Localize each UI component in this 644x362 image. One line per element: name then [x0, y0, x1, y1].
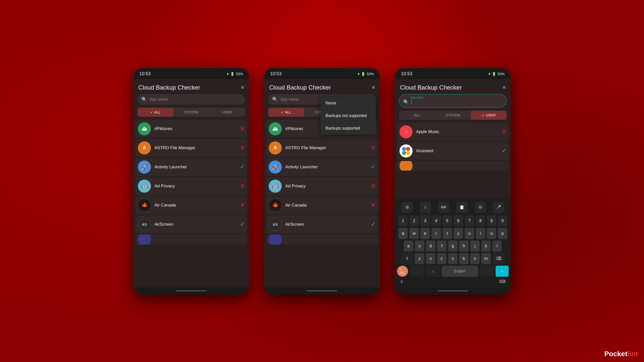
kbd-key-9[interactable]: 9 — [487, 215, 496, 226]
kbd-key-d[interactable]: d — [426, 240, 435, 252]
tab-user-1[interactable]: USER — [209, 108, 245, 117]
tab-system-1[interactable]: SYSTEM — [173, 108, 209, 117]
filter-icon-2[interactable]: ≡ — [372, 85, 375, 90]
list-item[interactable]: 🍁 Air Canada ✕ — [266, 196, 378, 214]
kbd-enter-key[interactable]: ✓ — [496, 266, 509, 277]
app-icon-applemusic-3: ♫ — [399, 125, 413, 138]
tab-system-3[interactable]: SYSTEM — [435, 111, 471, 120]
svg-point-1 — [406, 147, 410, 151]
kbd-key-z[interactable]: z — [415, 253, 424, 264]
kbd-key-x[interactable]: x — [426, 253, 435, 264]
kbd-backspace-key[interactable]: ⌫ — [492, 253, 505, 264]
tab-all-3[interactable]: ALL — [399, 111, 435, 120]
list-item[interactable]: Assistant ✓ — [397, 142, 509, 160]
svg-point-3 — [406, 151, 410, 155]
battery-icon-3: 🔋 — [492, 72, 496, 76]
kbd-key-j[interactable]: j — [470, 240, 480, 252]
kbd-space-key[interactable]: English — [442, 266, 478, 277]
kbd-key-m[interactable]: m — [481, 253, 491, 264]
search-bar-3[interactable]: App name 🔍 — [399, 94, 507, 108]
kbd-key-k[interactable]: k — [481, 240, 491, 252]
list-item[interactable] — [266, 234, 378, 245]
list-item[interactable] — [397, 161, 509, 171]
list-item[interactable]: AS AirScreen ✓ — [135, 215, 247, 233]
sort-dropdown: Name Backups not supported Backups suppo… — [320, 97, 376, 135]
kbd-key-1[interactable]: 1 — [398, 215, 408, 226]
tab-all-2[interactable]: ✓ ALL — [268, 108, 304, 117]
kbd-shift-key[interactable]: ⇧ — [401, 253, 413, 264]
home-indicator-3 — [438, 290, 468, 291]
kbd-key-r[interactable]: r — [431, 228, 441, 239]
kbd-key-b[interactable]: b — [459, 253, 469, 264]
kbd-grid-icon[interactable]: ⊞ — [401, 202, 413, 213]
kbd-key-6[interactable]: 6 — [454, 215, 463, 226]
app-status-activity-2: ✓ — [371, 164, 375, 170]
kbd-key-a[interactable]: a — [404, 240, 413, 252]
kbd-key-h[interactable]: h — [459, 240, 469, 252]
list-item[interactable]: A ASTRO File Manager ✕ — [135, 139, 247, 157]
kbd-symbols-key[interactable]: ?123 — [397, 266, 408, 277]
dropdown-item-name[interactable]: Name — [320, 97, 376, 109]
kbd-key-o[interactable]: o — [487, 228, 496, 239]
search-bar-1[interactable]: 🔍 — [137, 94, 245, 105]
kbd-key-i[interactable]: i — [476, 228, 485, 239]
kbd-key-4[interactable]: 4 — [431, 215, 441, 226]
list-item[interactable]: ⛰ #Piktures ✕ — [135, 120, 247, 138]
kbd-key-0[interactable]: 0 — [498, 215, 507, 226]
app-status-adprivacy-1: ✕ — [240, 183, 245, 189]
kbd-clipboard-icon[interactable]: 📋 — [456, 202, 467, 213]
app-icon-adprivacy-1: 🤖 — [138, 180, 151, 193]
list-item[interactable]: 🍁 Air Canada ✕ — [135, 196, 247, 214]
kbd-key-w[interactable]: w — [409, 228, 419, 239]
kbd-emoji-icon[interactable]: ☺ — [420, 202, 431, 213]
kbd-emoji-key-bottom[interactable]: ☺ — [426, 266, 440, 277]
kbd-key-3[interactable]: 3 — [420, 215, 430, 226]
list-item[interactable] — [135, 234, 247, 245]
list-item[interactable]: ♫ Apple Music ✕ — [397, 123, 509, 141]
kbd-comma-key[interactable]: , — [410, 266, 424, 277]
kbd-gif-btn[interactable]: GIF — [438, 202, 449, 213]
filter-icon-3[interactable]: ≡ — [503, 85, 506, 90]
kbd-settings-icon[interactable]: ⚙ — [475, 202, 486, 213]
filter-icon-1[interactable]: ≡ — [241, 85, 244, 90]
status-icons-2: ▾ 🔋 53% — [358, 72, 374, 76]
kbd-key-g[interactable]: g — [448, 240, 458, 252]
dropdown-item-not-supported[interactable]: Backups not supported — [320, 109, 376, 122]
tab-user-3[interactable]: ✓ USER — [471, 111, 507, 120]
app-status-piktures-1: ✕ — [240, 126, 245, 132]
tab-all-1[interactable]: ✓ ALL — [137, 108, 173, 117]
kbd-period-key[interactable]: . — [479, 266, 494, 277]
kbd-key-y[interactable]: y — [454, 228, 463, 239]
kbd-chevron-down-icon[interactable]: ∨ — [400, 279, 403, 284]
kbd-key-f[interactable]: f — [437, 240, 447, 252]
kbd-key-t[interactable]: t — [442, 228, 452, 239]
app-icon-airvisual-2 — [269, 234, 282, 245]
app-header-2: Cloud Backup Checker ≡ — [264, 79, 380, 94]
kbd-key-8[interactable]: 8 — [476, 215, 485, 226]
kbd-key-5[interactable]: 5 — [442, 215, 452, 226]
kbd-keyboard-icon[interactable]: ⌨ — [499, 279, 506, 284]
list-item[interactable]: 🤖 Ad Privacy ✕ — [135, 177, 247, 195]
kbd-mic-icon[interactable]: 🎤 — [493, 202, 504, 213]
kbd-key-2[interactable]: 2 — [409, 215, 419, 226]
kbd-key-s[interactable]: s — [415, 240, 424, 252]
kbd-key-q[interactable]: q — [398, 228, 408, 239]
phone-1: 10:53 ▾ 🔋 53% Cloud Backup Checker ≡ 🔍 ✓… — [133, 68, 249, 294]
list-item[interactable]: 🚀 Activity Launcher ✓ — [266, 158, 378, 176]
dropdown-item-supported[interactable]: Backups supported — [320, 122, 376, 135]
app-status-aircanada-1: ✕ — [240, 202, 245, 209]
list-item[interactable]: 🚀 Activity Launcher ✓ — [135, 158, 247, 176]
kbd-key-7[interactable]: 7 — [465, 215, 474, 226]
kbd-key-n[interactable]: n — [470, 253, 480, 264]
kbd-key-u[interactable]: u — [465, 228, 474, 239]
kbd-key-p[interactable]: p — [498, 228, 507, 239]
list-item[interactable]: A ASTRO File Manager ✕ — [266, 139, 378, 157]
kbd-key-c[interactable]: c — [437, 253, 447, 264]
kbd-key-l[interactable]: l — [492, 240, 502, 252]
bottom-bar-3 — [395, 287, 511, 294]
search-input-1[interactable] — [149, 97, 241, 102]
kbd-key-e[interactable]: e — [420, 228, 430, 239]
list-item[interactable]: AS AirScreen ✓ — [266, 215, 378, 233]
kbd-key-v[interactable]: v — [448, 253, 458, 264]
list-item[interactable]: 🤖 Ad Privacy ✕ — [266, 177, 378, 195]
